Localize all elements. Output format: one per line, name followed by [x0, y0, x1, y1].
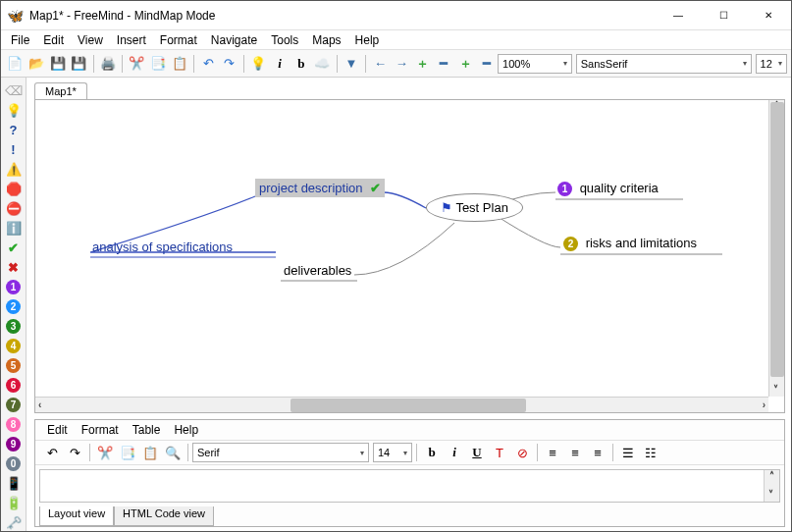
editor-text-area[interactable]: ˄ ˅ — [39, 469, 780, 503]
scroll-up-icon[interactable]: ˄ — [765, 470, 779, 481]
mindmap-node-project-desc[interactable]: project description ✔ — [255, 179, 385, 197]
ok-icon[interactable]: ✔ — [5, 239, 23, 256]
save-icon[interactable]: 💾 — [47, 53, 68, 75]
priority-9-icon[interactable]: 9 — [5, 435, 23, 452]
editor-clear-format-icon[interactable]: ⊘ — [511, 442, 533, 463]
print-icon[interactable]: 🖨️ — [98, 53, 119, 75]
exclaim-icon[interactable]: ! — [5, 140, 23, 158]
mindmap-canvas[interactable]: ⚑ Test Plan 1 quality criteria 2 risks a… — [34, 99, 785, 413]
warning-icon[interactable]: ⚠️ — [5, 160, 23, 178]
no-entry-icon[interactable]: ⛔ — [5, 199, 23, 217]
editor-redo-icon[interactable]: ↷ — [64, 442, 85, 463]
add-node-icon[interactable]: ＋ — [413, 53, 434, 75]
bulb-icon[interactable]: 💡 — [5, 101, 23, 119]
editor-font-family-combo[interactable]: Serif ▾ — [192, 443, 369, 462]
menu-view[interactable]: View — [72, 31, 109, 49]
editor-menu-table[interactable]: Table — [127, 421, 167, 439]
editor-align-left-icon[interactable]: ≡ — [542, 442, 563, 463]
remove-node-icon[interactable]: ━ — [434, 53, 454, 75]
cut-icon[interactable]: ✂️ — [127, 53, 147, 75]
editor-color-icon[interactable]: T — [489, 442, 510, 463]
editor-menu-edit[interactable]: Edit — [41, 421, 74, 439]
editor-copy-icon[interactable]: 📑 — [117, 442, 138, 463]
add-sibling-icon[interactable]: ＋ — [455, 53, 476, 75]
maximize-button[interactable]: ☐ — [701, 1, 746, 30]
priority-2-icon[interactable]: 2 — [5, 297, 23, 315]
copy-icon[interactable]: 📑 — [148, 53, 169, 75]
editor-tab-html[interactable]: HTML Code view — [114, 506, 214, 526]
editor-paste-icon[interactable]: 📋 — [139, 442, 161, 463]
font-size-combo[interactable]: 12 ▾ — [756, 54, 788, 74]
editor-bullet-list-icon[interactable]: ☰ — [617, 442, 639, 463]
scroll-right-icon[interactable]: › — [763, 399, 766, 410]
redo-icon[interactable]: ↷ — [220, 53, 240, 75]
italic-icon[interactable]: i — [270, 53, 290, 75]
close-button[interactable]: ✕ — [746, 1, 791, 30]
priority-4-icon[interactable]: 4 — [5, 337, 23, 354]
font-family-combo[interactable]: SansSerif ▾ — [576, 54, 752, 74]
nav-back-icon[interactable]: ← — [370, 53, 391, 75]
menu-maps[interactable]: Maps — [306, 31, 346, 49]
editor-cut-icon[interactable]: ✂️ — [94, 442, 116, 463]
save-as-icon[interactable]: 💾 — [69, 53, 89, 75]
menu-tools[interactable]: Tools — [265, 31, 304, 49]
editor-menu-help[interactable]: Help — [168, 421, 204, 439]
priority-5-icon[interactable]: 5 — [5, 356, 23, 374]
editor-underline-icon[interactable]: U — [466, 442, 488, 463]
menu-file[interactable]: File — [5, 31, 35, 49]
priority-1-icon[interactable]: 1 — [5, 278, 23, 295]
editor-menu-format[interactable]: Format — [76, 421, 125, 439]
menu-insert[interactable]: Insert — [111, 31, 152, 49]
editor-find-icon[interactable]: 🔍 — [162, 442, 184, 463]
editor-vscrollbar[interactable]: ˄ ˅ — [764, 470, 779, 502]
question-icon[interactable]: ? — [5, 121, 23, 138]
bold-icon[interactable]: b — [290, 53, 311, 75]
menu-navigate[interactable]: Navigate — [205, 31, 263, 49]
canvas-vscrollbar[interactable]: ˄ ˅ — [768, 100, 784, 397]
mindmap-node-analysis[interactable]: analysis of specifications — [92, 239, 233, 254]
priority-0-icon[interactable]: 0 — [5, 454, 23, 472]
editor-bold-icon[interactable]: b — [421, 442, 443, 463]
mindmap-root-node[interactable]: ⚑ Test Plan — [426, 193, 523, 222]
phone-icon[interactable]: 📱 — [5, 474, 23, 492]
editor-tab-layout[interactable]: Layout view — [39, 506, 114, 526]
menu-format[interactable]: Format — [154, 31, 203, 49]
editor-number-list-icon[interactable]: ☷ — [640, 442, 661, 463]
filter-icon[interactable]: ▼ — [342, 53, 362, 75]
key-icon[interactable]: 🗝️ — [5, 513, 23, 531]
document-tab[interactable]: Map1* — [34, 82, 87, 99]
scroll-left-icon[interactable]: ‹ — [38, 399, 41, 410]
battery-icon[interactable]: 🔋 — [5, 494, 23, 511]
mindmap-node-deliverables[interactable]: deliverables — [284, 263, 351, 278]
undo-icon[interactable]: ↶ — [198, 53, 219, 75]
scroll-down-icon[interactable]: ˅ — [768, 489, 773, 500]
remove-sibling-icon[interactable]: ━ — [476, 53, 497, 75]
scroll-down-icon[interactable]: ˅ — [773, 384, 778, 395]
scroll-thumb[interactable] — [290, 399, 526, 412]
priority-8-icon[interactable]: 8 — [5, 415, 23, 433]
priority-3-icon[interactable]: 3 — [5, 317, 23, 335]
idea-icon[interactable]: 💡 — [248, 53, 269, 75]
open-file-icon[interactable]: 📂 — [26, 53, 47, 75]
paste-icon[interactable]: 📋 — [169, 53, 189, 75]
new-file-icon[interactable]: 📄 — [5, 53, 26, 75]
mindmap-node-quality[interactable]: 1 quality criteria — [557, 181, 659, 196]
cloud-icon[interactable]: ☁️ — [312, 53, 333, 75]
editor-align-right-icon[interactable]: ≡ — [587, 442, 608, 463]
nav-forward-icon[interactable]: → — [392, 53, 412, 75]
menu-edit[interactable]: Edit — [37, 31, 70, 49]
priority-7-icon[interactable]: 7 — [5, 396, 23, 413]
stop-icon[interactable]: 🛑 — [5, 180, 23, 197]
menu-help[interactable]: Help — [349, 31, 386, 49]
info-icon[interactable]: ℹ️ — [5, 219, 23, 237]
editor-align-center-icon[interactable]: ≡ — [564, 442, 586, 463]
cancel-icon[interactable]: ✖ — [5, 258, 23, 276]
editor-font-size-combo[interactable]: 14 ▾ — [373, 443, 412, 462]
zoom-combo[interactable]: 100% ▾ — [498, 54, 572, 74]
minimize-button[interactable]: — — [656, 1, 701, 30]
mindmap-node-risks[interactable]: 2 risks and limitations — [563, 236, 697, 251]
editor-italic-icon[interactable]: i — [444, 442, 465, 463]
canvas-hscrollbar[interactable]: ‹ › — [35, 397, 768, 412]
priority-6-icon[interactable]: 6 — [5, 376, 23, 394]
scroll-thumb[interactable] — [770, 102, 784, 377]
